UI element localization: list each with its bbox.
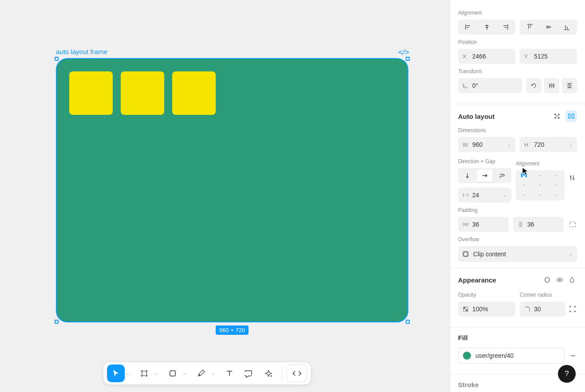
corner-individual-button[interactable] (568, 302, 577, 317)
droplet-icon (569, 276, 576, 283)
x-letter: X (462, 53, 469, 60)
frame-child-box[interactable] (172, 71, 216, 115)
sliders-icon (569, 174, 576, 181)
rotate-icon (530, 82, 538, 89)
align-top-icon (526, 24, 534, 31)
svg-rect-7 (463, 307, 466, 309)
move-tool-caret[interactable]: ⌄ (125, 371, 131, 376)
comment-tool[interactable] (240, 365, 258, 382)
gap-icon (462, 192, 469, 198)
align-top-button[interactable] (521, 21, 539, 33)
transform-label: Transform (458, 68, 577, 74)
autolayout-section: Auto layout Dimensions W 960 ⌄ H 720 ⌄ (450, 104, 585, 269)
comment-icon (245, 369, 253, 378)
rotation-field[interactable]: 0° (458, 78, 522, 93)
opacity-field[interactable]: 100% (458, 302, 515, 317)
visibility-button[interactable] (555, 275, 565, 285)
remove-autolayout-button[interactable] (551, 110, 563, 122)
collapse-icon (553, 113, 561, 120)
rectangle-icon (168, 369, 177, 378)
flip-vertical-button[interactable] (562, 78, 577, 93)
flip-v-icon (566, 82, 573, 89)
fill-swatch (463, 352, 471, 360)
canvas-area[interactable]: auto layout frame </> 960 × 720 (0, 0, 450, 392)
align-vcenter-button[interactable] (540, 21, 557, 33)
x-field[interactable]: X 2466 (458, 49, 515, 64)
shape-tool-caret[interactable]: ⌄ (182, 371, 188, 376)
align-bottom-button[interactable] (558, 21, 576, 33)
padding-horizontal-field[interactable]: 36 (458, 217, 509, 232)
frame-child-box[interactable] (121, 71, 164, 115)
selection-handle[interactable] (55, 57, 59, 61)
actions-tool[interactable] (260, 365, 277, 382)
help-button[interactable]: ? (558, 365, 576, 383)
blend-button[interactable] (567, 275, 577, 285)
selection-handle[interactable] (55, 320, 59, 324)
direction-gap-label: Direction + Gap (458, 158, 511, 165)
y-field[interactable]: Y 5125 (520, 49, 577, 64)
style-button[interactable] (542, 275, 552, 285)
corner-radius-field[interactable]: 30 (520, 302, 565, 317)
direction-horizontal-button[interactable] (477, 169, 493, 182)
dev-mode-toggle[interactable] (287, 365, 307, 382)
pad-v-icon (518, 221, 524, 227)
auto-layout-frame[interactable]: 960 × 720 (56, 58, 408, 322)
move-tool[interactable] (107, 365, 125, 382)
align-right-icon (502, 24, 509, 31)
align-right-button[interactable] (496, 21, 514, 33)
chevron-down-icon[interactable]: ⌄ (569, 142, 573, 147)
detach-style-button[interactable]: − (569, 348, 577, 363)
individual-corners-icon (569, 306, 576, 313)
sparkle-icon (264, 369, 273, 378)
selection-handle[interactable] (406, 320, 410, 324)
wrap-icon (499, 172, 505, 179)
dev-icon (292, 370, 302, 377)
fill-style-chip[interactable]: user/green/40 (458, 348, 565, 364)
overflow-select[interactable]: Clip content ⌄ (458, 246, 577, 262)
svg-rect-4 (463, 252, 468, 256)
code-icon[interactable]: </> (398, 48, 408, 56)
pen-tool[interactable] (192, 365, 210, 382)
selection-size-badge: 960 × 720 (216, 325, 249, 335)
svg-rect-3 (570, 222, 575, 227)
shape-tool[interactable] (164, 365, 182, 382)
align-hcenter-button[interactable] (478, 21, 496, 33)
padding-vertical-field[interactable]: 36 (513, 217, 564, 232)
eye-icon (556, 276, 563, 283)
padding-label: Padding (458, 207, 577, 213)
stroke-title: Stroke (458, 381, 479, 388)
rotate-90-button[interactable] (526, 78, 542, 93)
gap-field[interactable]: 24 ⌄ (458, 188, 511, 203)
autolayout-icon (568, 113, 575, 120)
pen-tool-caret[interactable]: ⌄ (210, 371, 216, 376)
align-hcenter-icon (483, 24, 490, 31)
text-tool[interactable] (221, 365, 238, 382)
corner-label: Corner radius (520, 292, 577, 298)
width-field[interactable]: W 960 ⌄ (458, 137, 515, 152)
cursor-icon (111, 369, 120, 378)
alignment-settings-button[interactable] (568, 170, 577, 185)
y-value: 5125 (534, 53, 573, 60)
direction-vertical-button[interactable] (459, 169, 476, 182)
height-field[interactable]: H 720 ⌄ (520, 137, 577, 152)
chevron-down-icon[interactable]: ⌄ (507, 142, 511, 147)
align-vertical-group (520, 20, 577, 35)
frame-tool-caret[interactable]: ⌄ (153, 371, 159, 376)
frame-name-label[interactable]: auto layout frame (56, 48, 107, 55)
padding-individual-button[interactable] (568, 217, 577, 232)
svg-rect-2 (572, 114, 574, 118)
flip-horizontal-button[interactable] (544, 78, 559, 93)
direction-wrap-button[interactable] (494, 169, 510, 182)
frame-icon (140, 369, 149, 378)
alignment-picker[interactable] (516, 170, 565, 200)
align-left-button[interactable] (459, 21, 477, 33)
chevron-down-icon[interactable]: ⌄ (503, 193, 507, 197)
add-autolayout-button[interactable] (565, 110, 577, 122)
toolbar-separator (282, 366, 282, 380)
selection-handle[interactable] (406, 57, 410, 61)
alignment-label: Alignment (458, 10, 577, 16)
svg-rect-8 (466, 309, 468, 311)
frame-tool[interactable] (135, 365, 153, 382)
frame-child-box[interactable] (69, 71, 113, 115)
opacity-label: Opacity (458, 292, 515, 298)
